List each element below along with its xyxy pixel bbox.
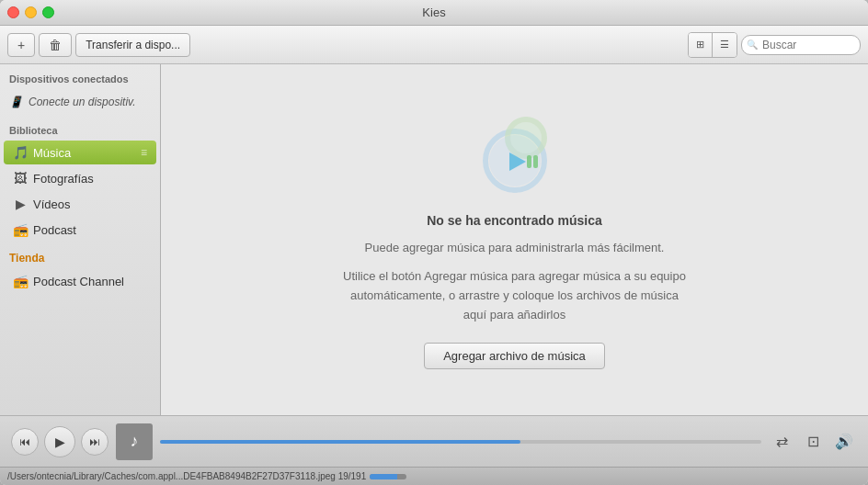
kies-logo bbox=[469, 110, 561, 202]
album-art: ♪ bbox=[116, 423, 153, 460]
sidebar-label-musica: Música bbox=[33, 146, 135, 160]
sidebar-item-podcast-channel[interactable]: 📻 Podcast Channel bbox=[4, 269, 156, 293]
play-button[interactable]: ▶ bbox=[44, 426, 75, 457]
list-view-button[interactable]: ☰ bbox=[713, 33, 737, 57]
minimize-button[interactable] bbox=[25, 6, 37, 18]
photos-icon: 🖼 bbox=[13, 171, 28, 186]
empty-description: Utilice el botón Agregar música para agr… bbox=[340, 267, 690, 324]
player-bar: ⏮ ▶ ⏭ ♪ ⇄ ⊡ 🔊 bbox=[0, 415, 868, 467]
podcast-channel-icon: 📻 bbox=[13, 274, 28, 288]
close-button[interactable] bbox=[7, 6, 19, 18]
grid-view-button[interactable]: ⊞ bbox=[689, 33, 713, 57]
repeat-icon: ⊡ bbox=[807, 433, 819, 450]
sidebar-label-videos: Vídeos bbox=[33, 197, 147, 211]
sidebar-item-musica[interactable]: 🎵 Música ≡ bbox=[4, 141, 156, 164]
devices-header: Dispositivos conectados bbox=[0, 64, 160, 88]
prev-icon: ⏮ bbox=[19, 435, 30, 448]
progress-section bbox=[160, 440, 761, 444]
search-wrapper bbox=[741, 35, 861, 55]
main-window: Kies + 🗑 Transferir a dispo... ⊞ ☰ bbox=[0, 0, 868, 485]
maximize-button[interactable] bbox=[42, 6, 54, 18]
music-note-icon: ♪ bbox=[131, 432, 139, 451]
delete-button[interactable]: 🗑 bbox=[39, 33, 72, 57]
empty-subtitle: Puede agregar música para administrarla … bbox=[365, 239, 665, 257]
sidebar-label-podcast: Podcast bbox=[33, 223, 147, 237]
view-toggle: ⊞ ☰ bbox=[688, 32, 737, 58]
sidebar-item-fotografias[interactable]: 🖼 Fotografías bbox=[4, 166, 156, 190]
status-progress-fill bbox=[370, 474, 397, 479]
connect-device-label: Conecte un dispositiv. bbox=[29, 96, 136, 108]
shuffle-icon: ⇄ bbox=[776, 433, 788, 450]
status-bar: /Users/ontecnia/Library/Caches/com.appl.… bbox=[0, 467, 868, 485]
music-icon: 🎵 bbox=[13, 145, 28, 160]
tienda-header: Tienda bbox=[0, 242, 160, 268]
window-controls bbox=[7, 6, 54, 18]
list-icon: ☰ bbox=[720, 39, 729, 51]
add-music-label: Agregar archivo de música bbox=[443, 349, 586, 363]
transfer-label: Transferir a dispo... bbox=[86, 39, 180, 51]
podcast-icon: 📻 bbox=[13, 222, 28, 237]
volume-button[interactable]: 🔊 bbox=[831, 429, 857, 455]
svg-rect-6 bbox=[533, 155, 538, 168]
sidebar-label-podcast-channel: Podcast Channel bbox=[33, 275, 147, 288]
sidebar-item-videos[interactable]: ▶ Vídeos bbox=[4, 192, 156, 216]
videos-icon: ▶ bbox=[13, 197, 28, 211]
svg-rect-5 bbox=[527, 155, 531, 168]
play-icon: ▶ bbox=[55, 434, 65, 449]
library-header: Biblioteca bbox=[0, 116, 160, 140]
sidebar-item-podcast[interactable]: 📻 Podcast bbox=[4, 218, 156, 242]
content-area: No se ha encontrado música Puede agregar… bbox=[161, 64, 868, 415]
player-controls: ⏮ ▶ ⏭ bbox=[11, 426, 108, 457]
next-button[interactable]: ⏭ bbox=[81, 428, 108, 456]
toolbar: + 🗑 Transferir a dispo... ⊞ ☰ bbox=[0, 26, 868, 64]
connect-device-item: 📱 Conecte un dispositiv. bbox=[0, 88, 160, 116]
empty-state: No se ha encontrado música Puede agregar… bbox=[340, 110, 690, 370]
empty-title: No se ha encontrado música bbox=[427, 213, 602, 228]
grid-icon: ⊞ bbox=[696, 39, 704, 51]
window-title: Kies bbox=[422, 6, 445, 19]
delete-icon: 🗑 bbox=[49, 38, 62, 52]
status-progress-bar bbox=[370, 474, 406, 479]
status-path: /Users/ontecnia/Library/Caches/com.appl.… bbox=[7, 471, 366, 481]
progress-fill bbox=[160, 440, 520, 444]
add-music-button[interactable]: Agregar archivo de música bbox=[424, 343, 605, 369]
prev-button[interactable]: ⏮ bbox=[11, 428, 39, 456]
main-area: Dispositivos conectados 📱 Conecte un dis… bbox=[0, 64, 868, 415]
repeat-button[interactable]: ⊡ bbox=[800, 429, 826, 455]
add-button[interactable]: + bbox=[7, 33, 35, 57]
add-icon: + bbox=[17, 38, 25, 52]
volume-icon: 🔊 bbox=[835, 433, 853, 450]
titlebar: Kies bbox=[0, 0, 868, 26]
device-icon: 📱 bbox=[9, 96, 23, 108]
svg-point-3 bbox=[510, 122, 542, 153]
next-icon: ⏭ bbox=[89, 435, 100, 448]
progress-bar[interactable] bbox=[160, 440, 761, 444]
shuffle-button[interactable]: ⇄ bbox=[769, 429, 794, 455]
sidebar: Dispositivos conectados 📱 Conecte un dis… bbox=[0, 64, 161, 415]
musica-action-icon[interactable]: ≡ bbox=[141, 146, 147, 159]
sidebar-label-fotografias: Fotografías bbox=[33, 172, 147, 186]
player-right-controls: ⇄ ⊡ 🔊 bbox=[769, 429, 857, 455]
transfer-button[interactable]: Transferir a dispo... bbox=[75, 33, 190, 57]
search-input[interactable] bbox=[741, 35, 861, 55]
